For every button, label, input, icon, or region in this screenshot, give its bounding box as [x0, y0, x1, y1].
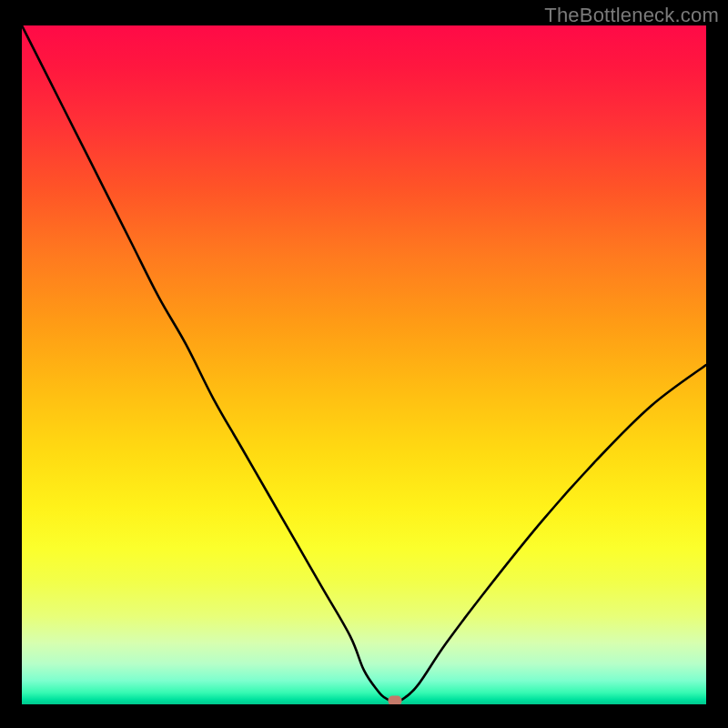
- plot-area: [22, 25, 706, 704]
- bottleneck-curve: [22, 25, 706, 704]
- minimum-marker: [388, 696, 401, 704]
- watermark-text: TheBottleneck.com: [544, 4, 719, 27]
- chart-frame: TheBottleneck.com: [0, 0, 728, 728]
